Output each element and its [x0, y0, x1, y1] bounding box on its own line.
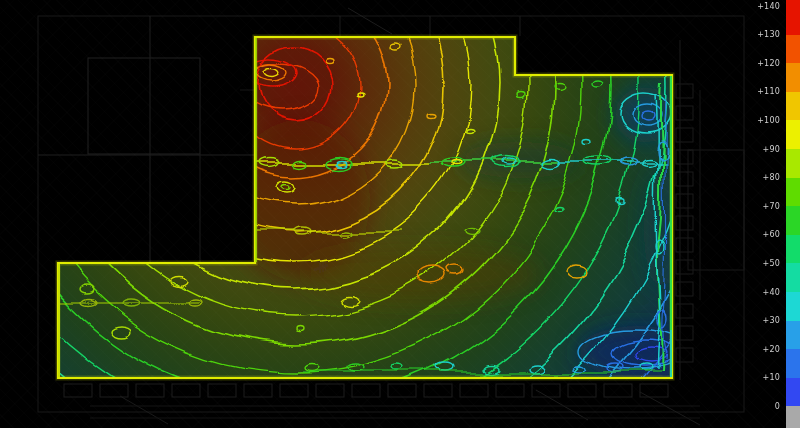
contour-map-canvas [0, 0, 800, 428]
hatch-blocks-right [676, 84, 693, 362]
elevation-map-view: +140+130+120+110+100+90+80+70+60+50+40+3… [0, 0, 800, 428]
map-viewport[interactable] [0, 0, 800, 428]
hatch-blocks-bottom [64, 384, 668, 397]
